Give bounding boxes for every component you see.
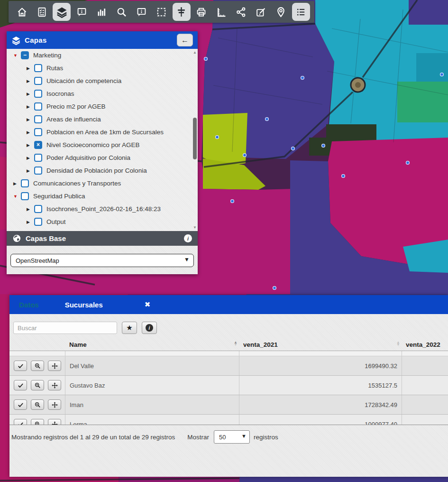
expand-arrow-icon[interactable] [27,79,34,83]
layer-tree-item[interactable]: Rutas [7,62,198,74]
zoom-to-feature-button[interactable] [31,380,44,390]
expand-arrow-icon[interactable] [27,66,34,71]
pan-to-feature-button[interactable] [48,380,61,390]
layer-tree-item[interactable]: Areas de influencia [7,113,198,126]
layer-checkbox[interactable] [34,141,42,149]
base-layers-info-icon[interactable]: i [184,234,192,242]
expand-arrow-icon[interactable] [13,181,21,186]
list-toolbar-button[interactable] [292,3,310,21]
table-info-button[interactable]: i [142,322,157,334]
layer-tree-item[interactable]: Ubicación de competencia [7,74,198,87]
tab-datos[interactable]: Datos [19,301,39,309]
zoom-to-feature-button[interactable] [31,361,44,371]
home-toolbar-button[interactable] [13,3,31,21]
expand-arrow-icon[interactable] [13,194,21,199]
layer-checkbox[interactable] [34,64,42,72]
select-feature-button[interactable] [14,399,27,410]
expand-arrow-icon[interactable] [27,220,34,224]
expand-arrow-icon[interactable] [27,92,34,96]
expand-arrow-icon[interactable] [27,156,34,160]
layer-tree-item[interactable]: Poblacion en Area de 1km de Sucursales [7,126,198,139]
expand-arrow-icon[interactable] [27,143,34,148]
layer-tree-item[interactable]: Seguridad Publica [7,190,198,203]
column-name[interactable]: Name ▲▼ [65,341,239,348]
sort-icons[interactable]: ▲▼ [234,342,238,346]
layer-tree-item[interactable]: Marketing [7,49,198,62]
layers-toolbar-button[interactable] [53,3,71,21]
layer-tree: Marketing Rutas Ubicación de competencia [7,49,198,231]
scrollbar-thumb[interactable] [193,118,197,159]
zoom-in-icon [34,421,41,426]
table-row: Iman 1728342.49 [9,395,448,415]
select-feature-button[interactable] [14,419,27,425]
layer-tree-item[interactable]: Output [7,215,198,228]
scroll-up-icon[interactable]: ▲ [192,50,197,55]
base-layer-select[interactable]: OpenStreetMap [10,254,194,267]
zoom-to-feature-button[interactable] [31,419,44,425]
sort-icons[interactable]: ▲▼ [396,342,400,346]
share-toolbar-button[interactable] [232,3,250,21]
query-icon [136,6,147,18]
chart-toolbar-button[interactable] [92,3,110,21]
pan-to-feature-button[interactable] [48,419,61,425]
tab-sucursales[interactable]: Sucursales [65,301,103,309]
expand-arrow-icon[interactable] [27,168,34,173]
layer-checkbox[interactable] [34,167,42,175]
table-row: Lerma 1000977.40 [9,415,448,425]
table-spacer-row [9,351,448,356]
layer-checkbox[interactable] [21,179,29,187]
layer-tree-item[interactable]: Poder Adquisitivo por Colonia [7,151,198,164]
layer-checkbox[interactable] [34,102,42,111]
draw-toolbar-button[interactable] [252,3,270,21]
expand-arrow-icon[interactable] [27,130,34,135]
cell-venta-2021: 1000977.40 [239,415,402,425]
select-box-toolbar-button[interactable] [152,3,170,21]
collapse-panel-button[interactable]: ← [177,34,193,46]
search-toolbar-button[interactable] [112,3,130,21]
layer-checkbox[interactable] [21,192,29,200]
scroll-down-icon[interactable]: ▼ [192,225,197,230]
measure-toolbar-button[interactable] [212,3,230,21]
expand-arrow-icon[interactable] [13,53,21,58]
cell-venta-2021: 1699490.32 [239,356,402,375]
table-row: Gustavo Baz 1535127.5 [9,376,448,395]
layer-tree-item[interactable]: Isochrones_Point_2026-02-16_16:48:23 [7,203,198,215]
layer-checkbox[interactable] [34,205,42,213]
zoom-to-feature-button[interactable] [31,399,44,410]
data-panel: Datos Sucursales ✖ ★ i Name ▲▼ venta_202… [9,295,448,477]
pan-to-feature-button[interactable] [48,399,61,410]
layer-tree-item[interactable]: Nivel Socioeconomico por AGEB [7,139,198,151]
expand-arrow-icon[interactable] [27,207,34,212]
directions-toolbar-button[interactable] [173,3,191,21]
layer-checkbox[interactable] [34,154,42,162]
locate-toolbar-button[interactable] [272,3,290,21]
expand-arrow-icon[interactable] [27,117,34,122]
layer-label: Nivel Socioeconomico por AGEB [46,141,140,148]
select-feature-button[interactable] [14,380,27,390]
legend-toolbar-button[interactable] [33,3,51,21]
column-venta-2021[interactable]: venta_2021 ▲▼ [239,341,402,348]
search-input[interactable] [13,322,117,334]
layer-tree-item[interactable]: Comunicaciones y Transportes [7,177,198,190]
query-toolbar-button[interactable] [132,3,150,21]
close-icon[interactable]: ✖ [145,300,151,309]
cell-venta-2022 [402,356,448,375]
column-venta-2022[interactable]: venta_2022 [402,341,448,348]
layer-checkbox[interactable] [21,51,29,59]
layer-tree-item[interactable]: Isocronas [7,87,198,100]
layer-checkbox[interactable] [34,77,42,85]
layer-tree-item[interactable]: Precio m2 por AGEB [7,100,198,113]
layer-checkbox[interactable] [34,218,42,226]
page-size-select[interactable]: 50 [214,430,250,444]
identify-toolbar-button[interactable] [73,3,91,21]
pan-to-feature-button[interactable] [48,361,61,371]
favorite-button[interactable]: ★ [122,322,137,334]
print-toolbar-button[interactable] [192,3,210,21]
select-feature-button[interactable] [14,361,27,371]
layer-checkbox[interactable] [34,90,42,98]
tree-scrollbar[interactable]: ▲ ▼ [192,50,197,230]
layer-checkbox[interactable] [34,128,42,136]
expand-arrow-icon[interactable] [27,104,34,109]
layer-tree-item[interactable]: Densidad de Población por Colonia [7,164,198,177]
layer-checkbox[interactable] [34,115,42,123]
